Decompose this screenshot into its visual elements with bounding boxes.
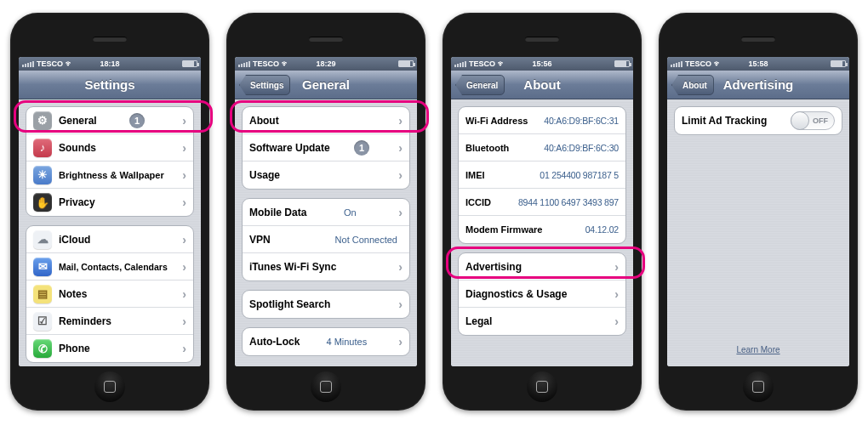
row-label: Bluetooth [465, 143, 509, 153]
row-imei: IMEI 01 254400 987187 5 [459, 162, 625, 189]
row-general[interactable]: ⚙ General 1 › [26, 107, 193, 134]
row-label: VPN [249, 234, 271, 246]
nav-title: Settings [84, 77, 134, 92]
chevron-right-icon: › [614, 287, 619, 301]
settings-group: Spotlight Search › [242, 290, 410, 319]
settings-group: Auto-Lock 4 Minutes › [242, 327, 410, 356]
nav-title: General [302, 77, 350, 92]
row-spotlight[interactable]: Spotlight Search › [243, 291, 409, 318]
row-advertising[interactable]: Advertising › [459, 253, 625, 280]
chevron-right-icon: › [614, 314, 619, 328]
row-icloud[interactable]: ☁ iCloud › [26, 226, 193, 253]
advertising-group: Limit Ad Tracking OFF [674, 106, 842, 135]
home-button[interactable] [743, 371, 774, 402]
back-button[interactable]: About [671, 75, 714, 95]
row-value: 40:A6:D9:BF:6C:30 [544, 143, 619, 153]
chevron-right-icon: › [182, 287, 186, 301]
home-button[interactable] [527, 371, 557, 402]
row-label: About [249, 115, 279, 127]
speaker-slot [741, 37, 775, 42]
back-button[interactable]: General [455, 75, 505, 95]
settings-group: Mobile Data On › VPN Not Connected iTune… [242, 198, 410, 281]
cloud-icon: ☁ [33, 230, 52, 249]
row-phone[interactable]: ✆ Phone › [26, 335, 193, 362]
row-legal[interactable]: Legal › [459, 308, 625, 335]
carrier-label: TESCO [37, 60, 63, 68]
iphone-frame: TESCO ᯤ 15:56 General About Wi-Fi Addres… [443, 13, 642, 411]
toggle-limit-ad-tracking[interactable]: OFF [791, 111, 835, 130]
row-label: Phone [59, 343, 90, 354]
brightness-icon: ☀ [33, 166, 52, 184]
row-label: iCloud [59, 234, 90, 246]
nav-title: Advertising [723, 77, 794, 92]
badge: 1 [129, 113, 145, 128]
settings-group: About › Software Update 1 › Usage › [242, 106, 410, 190]
row-mail[interactable]: ✉ Mail, Contacts, Calendars › [26, 253, 193, 280]
row-reminders[interactable]: ☑ Reminders › [26, 308, 193, 335]
wifi-icon: ᯤ [66, 60, 73, 68]
mail-icon: ✉ [33, 258, 52, 276]
row-label: Advertising [465, 261, 522, 273]
row-usage[interactable]: Usage › [243, 162, 409, 189]
notes-icon: ▤ [33, 285, 52, 303]
row-label: Legal [465, 315, 492, 327]
row-vpn[interactable]: VPN Not Connected [243, 226, 409, 253]
row-label: Mail, Contacts, Calendars [59, 262, 168, 272]
row-software-update[interactable]: Software Update 1 › [243, 134, 409, 162]
row-label: Diagnostics & Usage [465, 288, 567, 300]
row-label: Notes [59, 288, 87, 300]
row-notes[interactable]: ▤ Notes › [26, 280, 193, 308]
row-value: On [344, 207, 357, 218]
row-label: IMEI [465, 170, 485, 180]
learn-more-link[interactable]: Learn More [667, 345, 849, 354]
row-autolock[interactable]: Auto-Lock 4 Minutes › [243, 328, 409, 355]
back-label: Settings [250, 81, 283, 90]
chevron-right-icon: › [614, 260, 619, 274]
row-label: Reminders [59, 315, 111, 327]
back-label: About [682, 81, 707, 90]
sounds-icon: ♪ [33, 139, 52, 157]
battery-icon [614, 60, 630, 67]
screen: TESCO ᯤ 18:18 Settings ⚙ General 1 › [19, 57, 201, 366]
row-privacy[interactable]: ✋ Privacy › [26, 189, 193, 216]
row-label: Wi-Fi Address [465, 116, 528, 126]
row-label: Spotlight Search [249, 298, 330, 310]
back-button[interactable]: Settings [239, 75, 290, 95]
row-value: 04.12.02 [585, 224, 619, 235]
row-iccid: ICCID 8944 1100 6497 3493 897 [459, 189, 625, 216]
row-mobile-data[interactable]: Mobile Data On › [243, 199, 409, 226]
carrier-label: TESCO [685, 60, 711, 68]
row-label: Modem Firmware [465, 224, 542, 235]
home-button[interactable] [94, 371, 125, 402]
row-sounds[interactable]: ♪ Sounds › [26, 134, 193, 162]
home-button[interactable] [311, 371, 341, 402]
row-brightness[interactable]: ☀ Brightness & Wallpaper › [26, 162, 193, 189]
row-value: 8944 1100 6497 3493 897 [518, 197, 619, 207]
chevron-right-icon: › [182, 342, 186, 355]
row-value: 40:A6:D9:BF:6C:31 [544, 116, 619, 126]
chevron-right-icon: › [398, 335, 403, 348]
row-bluetooth: Bluetooth 40:A6:D9:BF:6C:30 [459, 134, 625, 162]
status-bar: TESCO ᯤ 18:29 [235, 57, 417, 71]
row-label: Mobile Data [249, 207, 306, 218]
phone-icon: ✆ [33, 339, 52, 358]
row-label: General [59, 115, 97, 127]
carrier-label: TESCO [469, 60, 495, 68]
row-about[interactable]: About › [243, 107, 409, 134]
chevron-right-icon: › [182, 114, 186, 128]
row-diagnostics[interactable]: Diagnostics & Usage › [459, 280, 625, 308]
chevron-right-icon: › [398, 141, 403, 155]
row-label: Auto-Lock [249, 336, 300, 348]
row-label: Brightness & Wallpaper [59, 170, 164, 180]
signal-icon [454, 61, 466, 67]
row-itunes-sync[interactable]: iTunes Wi-Fi Sync › [243, 253, 409, 280]
row-label: Software Update [249, 142, 330, 154]
battery-icon [182, 60, 197, 67]
nav-bar: About Advertising [667, 71, 849, 99]
status-bar: TESCO ᯤ 18:18 [19, 57, 201, 71]
screen: TESCO ᯤ 15:56 General About Wi-Fi Addres… [451, 57, 633, 366]
chevron-right-icon: › [398, 114, 403, 128]
chevron-right-icon: › [182, 233, 186, 246]
content-area: Limit Ad Tracking OFF Learn More [667, 99, 849, 366]
learn-more-label: Learn More [736, 345, 779, 354]
